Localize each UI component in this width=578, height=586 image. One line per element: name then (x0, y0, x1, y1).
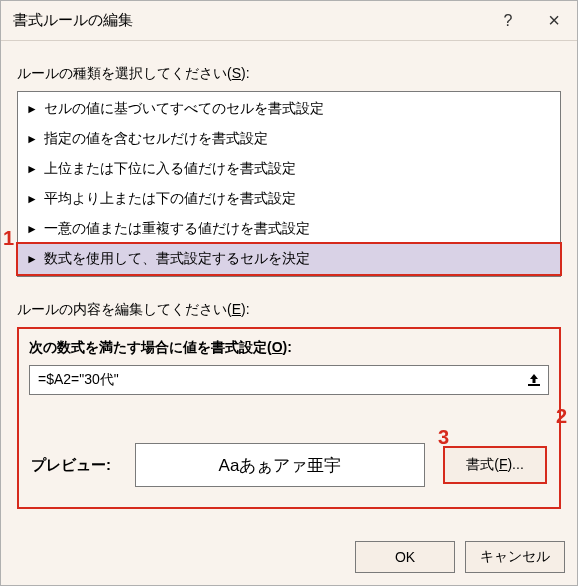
rule-type-item[interactable]: ► 平均より上または下の値だけを書式設定 (18, 184, 560, 214)
formula-block: 次の数式を満たす場合に値を書式設定(O): プレビュー: Aaあぁアァ亜宇 (17, 327, 561, 509)
collapse-dialog-button[interactable] (520, 366, 548, 394)
rule-type-text: 指定の値を含むセルだけを書式設定 (44, 130, 268, 148)
arrow-icon: ► (26, 192, 44, 206)
dialog-buttons: OK キャンセル (355, 541, 565, 573)
help-button[interactable]: ? (485, 1, 531, 41)
rule-type-item[interactable]: ► 指定の値を含むセルだけを書式設定 (18, 124, 560, 154)
rule-type-text: 上位または下位に入る値だけを書式設定 (44, 160, 296, 178)
rule-description-label: ルールの内容を編集してください(E): (17, 301, 561, 319)
preview-sample-text: Aaあぁアァ亜宇 (219, 454, 342, 477)
dialog-title: 書式ルールの編集 (13, 11, 485, 30)
close-button[interactable]: × (531, 1, 577, 41)
dialog-content: ルールの種類を選択してください(S): ► セルの値に基づいてすべてのセルを書式… (1, 41, 577, 517)
svg-rect-0 (528, 384, 540, 386)
rule-type-text: 一意の値または重複する値だけを書式設定 (44, 220, 310, 238)
rule-type-list[interactable]: ► セルの値に基づいてすべてのセルを書式設定 ► 指定の値を含むセルだけを書式設… (17, 91, 561, 277)
preview-label: プレビュー: (31, 456, 117, 475)
ok-button[interactable]: OK (355, 541, 455, 573)
format-button[interactable]: 書式(F)... (443, 446, 547, 484)
rule-type-text: 平均より上または下の値だけを書式設定 (44, 190, 296, 208)
rule-type-item[interactable]: ► セルの値に基づいてすべてのセルを書式設定 (18, 94, 560, 124)
preview-row: プレビュー: Aaあぁアァ亜宇 書式(F)... (29, 443, 549, 497)
edit-format-rule-dialog: 書式ルールの編集 ? × ルールの種類を選択してください(S): ► セルの値に… (0, 0, 578, 586)
titlebar: 書式ルールの編集 ? × (1, 1, 577, 41)
formula-heading: 次の数式を満たす場合に値を書式設定(O): (29, 339, 549, 357)
rule-type-item[interactable]: ► 一意の値または重複する値だけを書式設定 (18, 214, 560, 244)
rule-type-label: ルールの種類を選択してください(S): (17, 65, 561, 83)
arrow-icon: ► (26, 132, 44, 146)
arrow-icon: ► (26, 222, 44, 236)
formula-input[interactable] (30, 366, 520, 394)
formula-input-wrap (29, 365, 549, 395)
arrow-icon: ► (26, 162, 44, 176)
arrow-icon: ► (26, 252, 44, 266)
rule-type-text: セルの値に基づいてすべてのセルを書式設定 (44, 100, 324, 118)
arrow-icon: ► (26, 102, 44, 116)
cancel-button[interactable]: キャンセル (465, 541, 565, 573)
rule-type-text: 数式を使用して、書式設定するセルを決定 (44, 250, 310, 268)
rule-type-item[interactable]: ► 上位または下位に入る値だけを書式設定 (18, 154, 560, 184)
collapse-icon (527, 373, 541, 387)
rule-type-item-selected[interactable]: ► 数式を使用して、書式設定するセルを決定 (16, 242, 562, 276)
close-icon: × (548, 9, 560, 32)
preview-box: Aaあぁアァ亜宇 (135, 443, 425, 487)
rule-description-section: ルールの内容を編集してください(E): 次の数式を満たす場合に値を書式設定(O)… (17, 301, 561, 509)
help-icon: ? (504, 12, 513, 30)
